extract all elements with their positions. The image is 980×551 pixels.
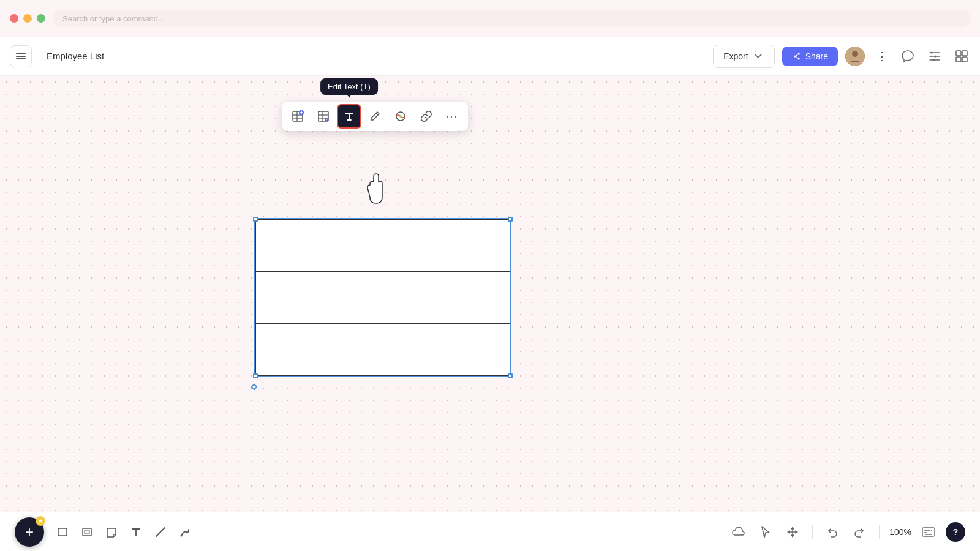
plus-icon: +	[25, 525, 34, 539]
cloud-save-button[interactable]	[729, 522, 748, 542]
text-tool-button[interactable]	[125, 521, 147, 543]
right-icons	[899, 48, 970, 65]
resize-handle-bl[interactable]	[253, 373, 258, 378]
help-button[interactable]: ?	[946, 522, 965, 542]
link-icon	[420, 110, 432, 122]
bottom-right-controls: 100% ?	[729, 522, 965, 542]
table-cell[interactable]	[256, 272, 383, 298]
table-row	[256, 350, 510, 376]
line-tool-icon	[154, 526, 167, 538]
separator	[812, 525, 813, 539]
keyboard-shortcuts-button[interactable]	[919, 522, 938, 542]
sticky-note-tool-button[interactable]	[100, 521, 123, 543]
select-tool-button[interactable]	[756, 522, 775, 542]
chevron-down-icon	[752, 50, 764, 62]
table-cell[interactable]	[383, 246, 510, 272]
fab-badge: ★	[36, 516, 45, 526]
resize-handle-corner[interactable]	[251, 383, 257, 390]
resize-handle-br[interactable]	[508, 373, 513, 378]
text-icon	[343, 110, 355, 122]
table-cell[interactable]	[256, 350, 383, 376]
svg-rect-11	[962, 51, 967, 56]
table-cell[interactable]	[256, 324, 383, 350]
export-label: Export	[723, 51, 748, 61]
more-options-ctx-button[interactable]: ···	[440, 104, 464, 129]
svg-point-1	[797, 53, 799, 54]
link-button[interactable]	[414, 104, 439, 129]
menu-button[interactable]	[10, 45, 32, 67]
more-options-button[interactable]: ⋮	[872, 47, 892, 66]
frame-tool-button[interactable]	[76, 521, 98, 543]
color-icon	[394, 110, 407, 122]
rectangle-tool-button[interactable]	[51, 521, 74, 543]
color-button[interactable]	[388, 104, 413, 129]
redo-icon	[853, 526, 865, 538]
resize-handle-tl[interactable]	[253, 217, 258, 222]
svg-rect-31	[85, 530, 89, 534]
cursor-icon	[760, 525, 771, 539]
share-label: Share	[805, 51, 828, 61]
table-cell[interactable]	[383, 220, 510, 246]
pen-icon	[369, 110, 381, 122]
share-icon	[792, 51, 802, 61]
redo-button[interactable]	[850, 522, 869, 542]
undo-icon	[826, 526, 839, 538]
svg-point-6	[852, 51, 858, 57]
resize-handle-tr[interactable]	[508, 217, 513, 222]
table-cell[interactable]	[383, 350, 510, 376]
minimize-button[interactable]	[23, 14, 32, 23]
edit-text-tooltip: Edit Text (T)	[320, 78, 378, 95]
table-options-icon	[317, 110, 330, 122]
table-row	[256, 298, 510, 324]
edit-text-button[interactable]: Edit Text (T)	[337, 104, 361, 129]
line-tool-button[interactable]	[149, 521, 172, 543]
context-toolbar: Edit Text (T)	[282, 102, 468, 131]
settings-icon[interactable]	[926, 48, 943, 65]
move-tool-button[interactable]	[783, 522, 802, 542]
svg-point-0	[794, 55, 796, 57]
draw-button[interactable]	[363, 104, 387, 129]
table-cell[interactable]	[383, 298, 510, 324]
svg-line-3	[796, 54, 797, 55]
command-input[interactable]	[53, 10, 970, 27]
svg-point-28	[399, 115, 402, 118]
table-cell[interactable]	[256, 298, 383, 324]
table-row	[256, 246, 510, 272]
avatar[interactable]	[845, 47, 865, 66]
maximize-button[interactable]	[37, 14, 45, 23]
table-cell[interactable]	[256, 246, 383, 272]
svg-line-4	[796, 56, 797, 58]
export-view-icon[interactable]	[953, 48, 970, 65]
table-row	[256, 272, 510, 298]
table-row	[256, 220, 510, 246]
table-cell[interactable]	[383, 272, 510, 298]
canvas[interactable]: Edit Text (T)	[0, 76, 980, 512]
table-row	[256, 324, 510, 350]
user-avatar-icon	[845, 47, 865, 66]
add-button[interactable]: + ★	[15, 517, 44, 547]
move-icon	[786, 526, 799, 538]
zoom-level: 100%	[889, 527, 911, 537]
insert-table-icon	[292, 110, 304, 122]
export-button[interactable]: Export	[713, 45, 774, 68]
svg-rect-29	[58, 528, 67, 536]
data-table	[255, 219, 510, 376]
comments-icon[interactable]	[899, 48, 916, 65]
svg-line-26	[376, 113, 378, 115]
table-cell[interactable]	[383, 324, 510, 350]
close-button[interactable]	[10, 14, 18, 23]
table-options-button[interactable]	[311, 104, 336, 129]
share-button[interactable]: Share	[782, 47, 838, 66]
bottom-toolbar: + ★	[0, 512, 980, 551]
svg-point-33	[181, 534, 183, 536]
document-title: Employee List	[39, 51, 137, 61]
text-tool-icon	[130, 526, 142, 538]
undo-button[interactable]	[823, 522, 842, 542]
traffic-lights	[10, 14, 45, 23]
pen-tool-icon	[179, 526, 191, 538]
insert-table-button[interactable]	[285, 104, 310, 129]
table-cell[interactable]	[256, 220, 383, 246]
pen-tool-button[interactable]	[174, 521, 196, 543]
table-element[interactable]	[254, 218, 511, 377]
frame-icon	[81, 526, 93, 538]
